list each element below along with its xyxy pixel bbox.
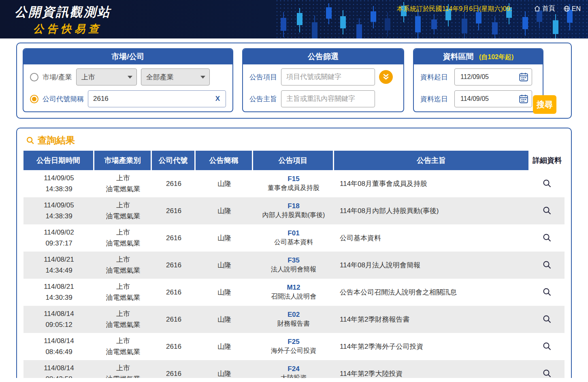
magnifier-icon <box>542 260 552 270</box>
cell-datetime: 114/09/05 14:38:39 <box>23 173 94 194</box>
cell-datetime: 114/08/14 08:46:49 <box>23 336 94 357</box>
magnifier-icon <box>542 233 552 243</box>
magnifier-icon <box>542 206 552 216</box>
item-name: 財務報告書 <box>253 320 334 328</box>
results-table-header: 公告日期時間 市場產業別 公司代號 公告簡稱 公告項目 公告主旨 詳細資料 <box>23 151 565 170</box>
detail-magnifier-button[interactable] <box>541 286 554 299</box>
cell-company-code: 2616 <box>152 370 196 378</box>
col-header-detail: 詳細資料 <box>530 151 565 170</box>
magnifier-icon <box>542 287 552 297</box>
detail-magnifier-button[interactable] <box>541 177 554 190</box>
market-select[interactable]: 上市 <box>76 68 137 85</box>
cell-detail <box>530 286 565 299</box>
results-table: 公告日期時間 市場產業別 公司代號 公告簡稱 公告項目 公告主旨 詳細資料 11… <box>23 151 565 378</box>
col-header-market-industry: 市場產業別 <box>94 151 152 170</box>
cell-datetime: 114/08/21 14:30:39 <box>23 282 94 303</box>
clear-company-code-button[interactable]: X <box>214 95 222 103</box>
start-date-input[interactable] <box>460 73 516 81</box>
date-range-section-title: 資料區間 (自102年起) <box>414 49 543 64</box>
cell-market-industry: 上市 油電燃氣業 <box>94 363 152 378</box>
cell-detail <box>530 340 565 353</box>
calendar-icon <box>518 72 529 82</box>
cell-company-code: 2616 <box>152 288 196 297</box>
item-name: 法人說明會簡報 <box>253 265 334 274</box>
detail-magnifier-button[interactable] <box>541 340 554 353</box>
cell-subject: 114年08月內部人持股異動(事後) <box>334 206 530 216</box>
end-date-calendar-button[interactable] <box>518 94 529 104</box>
cell-company-name: 山隆 <box>196 179 253 188</box>
col-header-company-name: 公告簡稱 <box>196 151 253 170</box>
item-name: 海外子公司投資 <box>253 347 334 355</box>
home-link-label: 首頁 <box>542 4 555 13</box>
magnifier-icon <box>542 369 552 378</box>
cell-market-industry: 上市 油電燃氣業 <box>94 336 152 357</box>
cell-company-code: 2616 <box>152 261 196 269</box>
item-code: E02 <box>253 311 334 319</box>
start-date-label: 資料起日 <box>420 73 450 82</box>
market-industry-label[interactable]: 市場/產業 <box>43 73 72 82</box>
cell-detail <box>530 177 565 190</box>
cell-detail <box>530 258 565 272</box>
expand-item-options-button[interactable] <box>379 70 393 84</box>
table-row: 114/08/14 08:43:58 上市 油電燃氣業 2616 山隆 F24 … <box>23 360 565 378</box>
table-row: 114/08/21 14:34:49 上市 油電燃氣業 2616 山隆 F35 … <box>23 252 565 279</box>
industry-select[interactable]: 全部產業 <box>141 68 210 85</box>
item-code: F24 <box>253 365 334 373</box>
item-name: 董事會成員及持股 <box>253 184 334 192</box>
date-range-title: 資料區間 <box>443 52 474 61</box>
cell-item: F18 內部人持股異動(事後) <box>253 202 334 220</box>
cell-subject: 114年第2季財務報告書 <box>334 315 530 324</box>
home-link[interactable]: 首頁 <box>534 4 555 13</box>
end-date-input[interactable] <box>460 95 516 103</box>
results-title: 查詢結果 <box>26 134 565 147</box>
start-date-calendar-button[interactable] <box>518 72 529 82</box>
table-row: 114/09/02 09:37:17 上市 油電燃氣業 2616 山隆 F01 … <box>23 224 565 252</box>
site-logo[interactable]: 公開資訊觀測站 公告快易查 <box>15 4 111 36</box>
search-results-icon <box>26 136 35 145</box>
home-icon <box>534 5 541 12</box>
magnifier-icon <box>542 314 552 324</box>
detail-magnifier-button[interactable] <box>541 313 554 326</box>
magnifier-icon <box>542 341 552 351</box>
cell-company-name: 山隆 <box>196 369 253 378</box>
item-name: 大陸投資 <box>253 374 334 378</box>
detail-magnifier-button[interactable] <box>541 367 554 378</box>
item-name: 召開法人說明會 <box>253 292 334 301</box>
announcement-subject-input[interactable] <box>285 94 371 103</box>
cell-item: M12 召開法人說明會 <box>253 284 334 301</box>
item-code: M12 <box>253 284 334 292</box>
announcement-item-input[interactable] <box>285 73 371 81</box>
cell-subject: 公告本公司召開法人說明會之相關訊息 <box>334 288 530 297</box>
market-industry-radio[interactable] <box>30 73 38 81</box>
cell-subject: 114年第2季大陸投資 <box>334 369 530 378</box>
market-company-section: 市場/公司 市場/產業 上市 全部產業 公司代號簡稱 X <box>23 48 233 112</box>
cell-company-name: 山隆 <box>196 288 253 297</box>
search-button[interactable]: 搜尋 <box>533 95 556 114</box>
magnifier-icon <box>542 179 552 188</box>
cell-datetime: 114/08/21 14:34:49 <box>23 254 94 276</box>
site-title: 公開資訊觀測站 <box>15 4 111 21</box>
company-code-input[interactable] <box>92 94 214 103</box>
results-title-text: 查詢結果 <box>38 134 75 147</box>
cell-subject: 公司基本資料 <box>334 233 530 243</box>
detail-magnifier-button[interactable] <box>541 204 554 217</box>
cell-company-name: 山隆 <box>196 206 253 216</box>
cell-company-code: 2616 <box>152 207 196 215</box>
announcement-filter-section-title: 公告篩選 <box>243 49 403 64</box>
search-filters-panel: 市場/公司 市場/產業 上市 全部產業 公司代號簡稱 X <box>16 43 572 119</box>
table-row: 114/08/14 08:46:49 上市 油電燃氣業 2616 山隆 F25 … <box>23 333 565 360</box>
company-code-label[interactable]: 公司代號簡稱 <box>43 94 84 104</box>
detail-magnifier-button[interactable] <box>541 231 554 244</box>
cell-item: F24 大陸投資 <box>253 365 334 378</box>
detail-magnifier-button[interactable] <box>541 258 554 271</box>
cell-datetime: 114/09/02 09:37:17 <box>23 227 94 249</box>
cell-company-name: 山隆 <box>196 315 253 324</box>
industry-select-value: 全部產業 <box>146 73 174 82</box>
table-row: 114/09/05 14:38:39 上市 油電燃氣業 2616 山隆 F15 … <box>23 170 565 197</box>
market-select-value: 上市 <box>81 73 95 82</box>
cell-company-code: 2616 <box>152 343 196 351</box>
cell-detail <box>530 313 565 326</box>
language-toggle[interactable]: EN <box>563 4 581 13</box>
col-header-company-code: 公司代號 <box>152 151 196 170</box>
company-code-radio[interactable] <box>30 95 38 103</box>
